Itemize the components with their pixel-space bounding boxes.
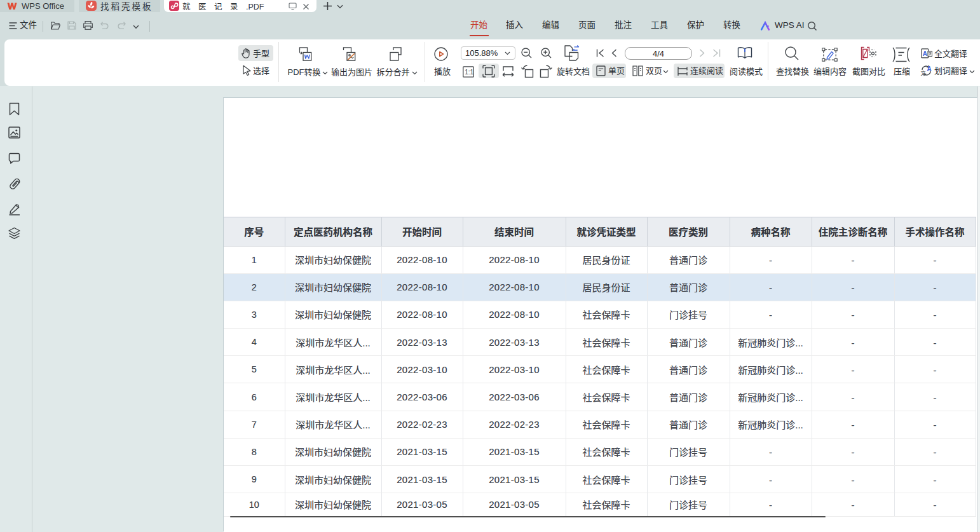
svg-text:1:1: 1:1: [465, 69, 473, 76]
svg-text:A: A: [923, 50, 927, 57]
svg-text:A: A: [927, 65, 932, 72]
svg-text:文: 文: [921, 69, 926, 76]
